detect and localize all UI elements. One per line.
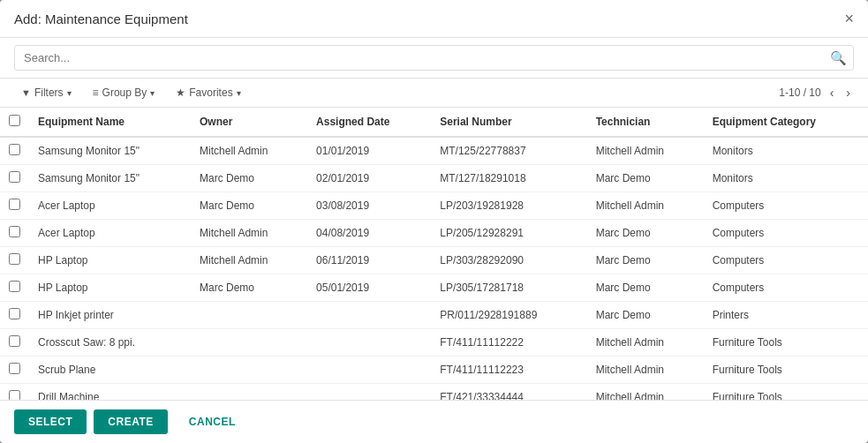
cell-name: Acer Laptop [29,220,191,247]
row-checkbox-cell [0,220,29,247]
row-checkbox-3[interactable] [9,226,20,237]
cell-name: HP Laptop [29,274,191,302]
cell-name: Crosscut Saw: 8 ppi. [29,329,191,357]
cell-serial-number: FT/411/11112223 [431,357,586,384]
create-button[interactable]: CREATE [94,409,167,434]
cell-category: Computers [704,247,868,274]
cell-technician: Mitchell Admin [587,137,704,165]
table-body: Samsung Monitor 15" Mitchell Admin 01/01… [0,137,868,400]
cancel-button[interactable]: CANCEL [175,409,250,434]
table-row: Acer Laptop Mitchell Admin 04/08/2019 LP… [0,220,868,247]
table-row: Scrub Plane FT/411/11112223 Mitchell Adm… [0,357,868,384]
cell-name: Scrub Plane [29,357,191,384]
cell-technician: Marc Demo [587,165,704,192]
table-row: HP Inkjet printer PR/011/2928191889 Marc… [0,302,868,329]
cell-owner: Mitchell Admin [191,247,307,274]
row-checkbox-cell [0,357,29,384]
row-checkbox-6[interactable] [9,308,20,319]
cell-serial-number: LP/305/17281718 [431,274,586,302]
cell-serial-number: FT/421/33334444 [431,384,586,401]
col-header-name: Equipment Name [29,108,191,137]
row-checkbox-cell [0,137,29,165]
row-checkbox-2[interactable] [9,199,20,210]
group-by-button[interactable]: ≡ Group By ▾ [86,84,162,101]
cell-technician: Mitchell Admin [587,384,704,401]
cell-owner: Marc Demo [191,192,307,220]
cell-name: Acer Laptop [29,192,191,220]
cell-assigned-date: 03/08/2019 [307,192,431,220]
cell-category: Monitors [704,165,868,192]
cell-owner: Mitchell Admin [191,137,307,165]
group-by-caret: ▾ [150,88,155,98]
cell-owner [191,384,307,401]
table-row: Crosscut Saw: 8 ppi. FT/411/11112222 Mit… [0,329,868,357]
close-button[interactable]: × [844,11,854,26]
prev-page-button[interactable]: ‹ [826,84,838,101]
row-checkbox-1[interactable] [9,171,20,183]
favorites-icon: ★ [176,86,185,99]
col-header-technician: Technician [587,108,704,137]
cell-assigned-date [307,384,431,401]
row-checkbox-8[interactable] [9,363,20,374]
cell-category: Printers [704,302,868,329]
cell-name: Drill Machine [29,384,191,401]
cell-assigned-date: 02/01/2019 [307,165,431,192]
cell-name: HP Laptop [29,247,191,274]
table-row: Acer Laptop Marc Demo 03/08/2019 LP/203/… [0,192,868,220]
equipment-table: Equipment Name Owner Assigned Date Seria… [0,108,868,400]
table-row: HP Laptop Marc Demo 05/01/2019 LP/305/17… [0,274,868,302]
row-checkbox-9[interactable] [9,390,20,400]
search-input[interactable] [14,45,854,71]
next-page-button[interactable]: › [842,84,854,101]
modal-dialog: Add: Maintenance Equipment × 🔍 ▼ Filters… [0,0,868,443]
cell-serial-number: MT/127/18291018 [431,165,586,192]
row-checkbox-cell [0,329,29,357]
cell-assigned-date: 05/01/2019 [307,274,431,302]
select-button[interactable]: SELECT [14,409,87,434]
select-all-checkbox[interactable] [9,115,20,126]
col-header-serial-number: Serial Number [431,108,586,137]
table-row: Samsung Monitor 15" Mitchell Admin 01/01… [0,137,868,165]
pagination-label: 1-10 / 10 [779,86,820,99]
cell-owner [191,302,307,329]
favorites-button[interactable]: ★ Favorites ▾ [169,84,247,101]
cell-category: Computers [704,192,868,220]
row-checkbox-7[interactable] [9,335,20,347]
favorites-label: Favorites [189,86,232,99]
search-icon: 🔍 [830,50,847,66]
filters-label: Filters [34,86,64,99]
header-checkbox-col [0,108,29,137]
cell-owner: Mitchell Admin [191,220,307,247]
cell-assigned-date: 06/11/2019 [307,247,431,274]
cell-serial-number: FT/411/11112222 [431,329,586,357]
cell-assigned-date [307,329,431,357]
cell-assigned-date: 04/08/2019 [307,220,431,247]
cell-category: Computers [704,274,868,302]
cell-name: Samsung Monitor 15" [29,165,191,192]
row-checkbox-4[interactable] [9,253,20,265]
cell-category: Monitors [704,137,868,165]
col-header-assigned-date: Assigned Date [307,108,431,137]
filters-button[interactable]: ▼ Filters ▾ [14,84,79,101]
table-header-row: Equipment Name Owner Assigned Date Seria… [0,108,868,137]
modal-header: Add: Maintenance Equipment × [0,0,868,38]
favorites-caret: ▾ [237,88,241,98]
col-header-category: Equipment Category [704,108,868,137]
row-checkbox-cell [0,302,29,329]
modal-title: Add: Maintenance Equipment [14,11,188,26]
group-by-icon: ≡ [93,86,99,99]
cell-assigned-date [307,302,431,329]
row-checkbox-cell [0,274,29,302]
cell-technician: Mitchell Admin [587,357,704,384]
row-checkbox-0[interactable] [9,144,20,155]
cell-category: Furniture Tools [704,384,868,401]
row-checkbox-cell [0,192,29,220]
toolbar-right: 1-10 / 10 ‹ › [779,84,854,101]
row-checkbox-5[interactable] [9,281,20,292]
cell-serial-number: LP/303/28292090 [431,247,586,274]
toolbar: ▼ Filters ▾ ≡ Group By ▾ ★ Favorites ▾ 1… [0,79,868,108]
cell-category: Furniture Tools [704,329,868,357]
search-bar: 🔍 [0,38,868,79]
cell-name: Samsung Monitor 15" [29,137,191,165]
row-checkbox-cell [0,165,29,192]
